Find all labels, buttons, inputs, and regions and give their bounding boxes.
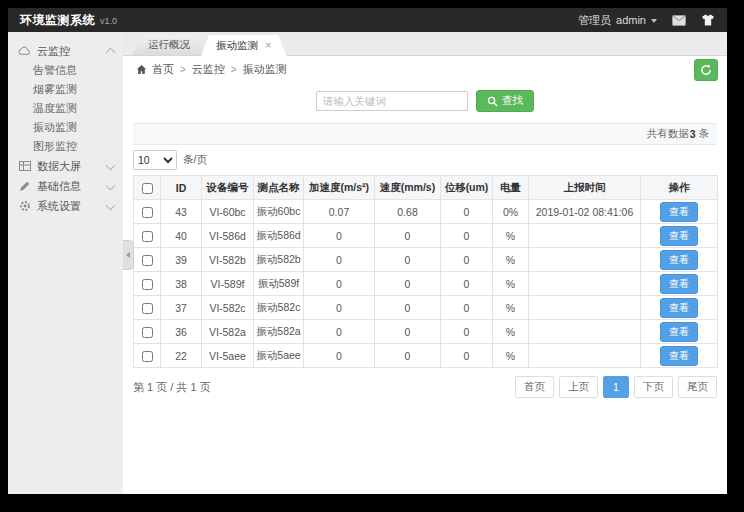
cell-accel: 0 (304, 248, 375, 272)
cell-speed: 0.68 (375, 200, 441, 224)
shirt-icon[interactable] (701, 14, 715, 26)
tab-vibration-monitor[interactable]: 振动监测 × (201, 35, 286, 56)
table-row: 38VI-589f振动589f000%查看 (134, 272, 718, 296)
search-button[interactable]: 查找 (476, 90, 534, 112)
column-header: 测点名称 (254, 176, 304, 200)
sidebar-collapse-handle[interactable] (123, 240, 134, 270)
sidebar-item-cloud-monitor[interactable]: 云监控 (8, 41, 123, 61)
row-select-cell (134, 248, 161, 272)
breadcrumb-home[interactable]: 首页 (152, 62, 174, 77)
view-button[interactable]: 查看 (660, 202, 698, 222)
cell-time (529, 248, 641, 272)
table-row: 22VI-5aee振动5aee000%查看 (134, 344, 718, 368)
cell-id: 43 (161, 200, 202, 224)
cell-accel: 0 (304, 344, 375, 368)
breadcrumb-cloud-monitor[interactable]: 云监控 (192, 62, 225, 77)
cell-speed: 0 (375, 248, 441, 272)
row-action-cell: 查看 (641, 272, 718, 296)
last-page-button[interactable]: 尾页 (678, 376, 717, 398)
sidebar-item-alarm-info[interactable]: 告警信息 (8, 61, 123, 80)
row-select-cell (134, 320, 161, 344)
row-action-cell: 查看 (641, 320, 718, 344)
close-icon[interactable]: × (265, 40, 271, 51)
cell-device: VI-589f (202, 272, 254, 296)
sidebar-item-vibration-monitor[interactable]: 振动监测 (8, 118, 123, 137)
table-row: 40VI-586d振动586d000%查看 (134, 224, 718, 248)
table-row: 37VI-582c振动582c000%查看 (134, 296, 718, 320)
row-select-cell (134, 344, 161, 368)
row-checkbox[interactable] (142, 327, 153, 338)
pen-icon (18, 181, 31, 192)
view-button[interactable]: 查看 (660, 322, 698, 342)
row-checkbox[interactable] (142, 231, 153, 242)
view-button[interactable]: 查看 (660, 250, 698, 270)
column-header: 加速度(m/s²) (304, 176, 375, 200)
search-icon (487, 96, 498, 107)
search-button-label: 查找 (502, 94, 523, 108)
sidebar-subitem-label: 图形监控 (33, 139, 77, 154)
cell-disp: 0 (441, 344, 493, 368)
cell-disp: 0 (441, 320, 493, 344)
sidebar-item-label: 基础信息 (37, 179, 81, 194)
tab-running-overview[interactable]: 运行概况 (133, 35, 205, 55)
mail-icon[interactable] (672, 15, 686, 26)
prev-page-button[interactable]: 上页 (559, 376, 598, 398)
cell-accel: 0 (304, 272, 375, 296)
user-menu[interactable]: 管理员 admin (578, 13, 657, 28)
sidebar-item-label: 云监控 (37, 44, 70, 59)
sidebar-item-smoke-monitor[interactable]: 烟雾监测 (8, 80, 123, 99)
sidebar-item-basic-info[interactable]: 基础信息 (8, 176, 123, 196)
cell-time (529, 224, 641, 248)
sidebar-item-data-screen[interactable]: 数据大屏 (8, 156, 123, 176)
tab-label: 运行概况 (148, 38, 190, 52)
cell-device: VI-582c (202, 296, 254, 320)
sidebar-item-label: 系统设置 (37, 199, 81, 214)
gear-icon (18, 200, 31, 212)
data-table: ID设备编号测点名称加速度(m/s²)速度(mm/s)位移(um)电量上报时间操… (133, 175, 718, 368)
main-content: 运行概况 振动监测 × 首页 > 云监控 > 振动监测 (123, 32, 727, 494)
table-row: 43VI-60bc振动60bc0.070.6800%2019-01-02 08:… (134, 200, 718, 224)
cell-disp: 0 (441, 200, 493, 224)
cell-point: 振动582a (254, 320, 304, 344)
breadcrumb-current-page: 振动监测 (243, 62, 287, 77)
column-header: ID (161, 176, 202, 200)
row-checkbox[interactable] (142, 207, 153, 218)
view-button[interactable]: 查看 (660, 274, 698, 294)
chevron-down-icon (106, 180, 116, 190)
search-input[interactable] (316, 91, 468, 111)
first-page-button[interactable]: 首页 (515, 376, 554, 398)
app-window: 环境监测系统 v1.0 管理员 admin 云监控 (8, 8, 727, 494)
row-checkbox[interactable] (142, 303, 153, 314)
current-page-button[interactable]: 1 (603, 376, 629, 398)
row-checkbox[interactable] (142, 279, 153, 290)
cell-time: 2019-01-02 08:41:06 (529, 200, 641, 224)
page-size-select[interactable]: 10 (133, 150, 177, 170)
tab-label: 振动监测 (216, 39, 258, 53)
breadcrumb-separator: > (231, 64, 237, 75)
summary-suffix: 条 (699, 127, 710, 141)
row-action-cell: 查看 (641, 200, 718, 224)
sidebar-subitem-label: 烟雾监测 (33, 82, 77, 97)
column-header: 速度(mm/s) (375, 176, 441, 200)
view-button[interactable]: 查看 (660, 346, 698, 366)
user-role: 管理员 (578, 13, 611, 28)
chevron-down-icon (651, 19, 657, 23)
sidebar-subitem-label: 振动监测 (33, 120, 77, 135)
cell-disp: 0 (441, 248, 493, 272)
table-panel: 共有数据3条 10 条/页 ID设备编号测点名称加速度(m/s²)速度(mm/s… (133, 123, 717, 494)
row-checkbox[interactable] (142, 351, 153, 362)
sidebar-item-graphic-monitor[interactable]: 图形监控 (8, 137, 123, 156)
next-page-button[interactable]: 下页 (634, 376, 673, 398)
top-bar: 环境监测系统 v1.0 管理员 admin (8, 8, 727, 32)
select-all-checkbox[interactable] (142, 183, 153, 194)
cell-speed: 0 (375, 344, 441, 368)
refresh-button[interactable] (694, 59, 718, 81)
sidebar-item-system-settings[interactable]: 系统设置 (8, 196, 123, 216)
sidebar-item-temperature-monitor[interactable]: 温度监测 (8, 99, 123, 118)
cell-point: 振动60bc (254, 200, 304, 224)
view-button[interactable]: 查看 (660, 298, 698, 318)
view-button[interactable]: 查看 (660, 226, 698, 246)
cell-speed: 0 (375, 320, 441, 344)
row-checkbox[interactable] (142, 255, 153, 266)
row-select-cell (134, 272, 161, 296)
